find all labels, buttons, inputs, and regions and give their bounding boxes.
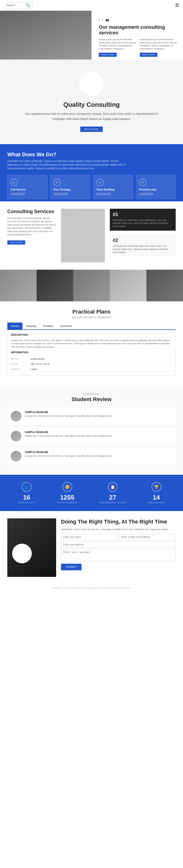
card-circle-0: 01: [10, 179, 18, 186]
review-avatar-1: [11, 431, 22, 441]
consulting-person-placeholder: [61, 209, 105, 262]
card-title-1: Your Strategy: [54, 188, 87, 191]
hero-read-more-1[interactable]: READ MORE: [99, 53, 117, 57]
consulting-text: Consulting Services We bring deep, funct…: [7, 209, 56, 245]
info-label-0: BRAND: [11, 358, 30, 360]
facebook-icon[interactable]: f: [99, 18, 99, 22]
what-card-3: 04 Premium plan LEARN MORE: [136, 175, 176, 199]
what-title: What Does We Do?: [7, 151, 176, 158]
card-circle-2: 03: [96, 179, 103, 186]
instagram-icon[interactable]: 📷: [105, 18, 109, 22]
tab-details[interactable]: Details: [7, 322, 23, 330]
stat-2: 📋 27 SUCCESSFUL CASES: [99, 482, 126, 504]
cta-name-input[interactable]: [61, 534, 118, 540]
cta-submit-button[interactable]: SUBMIT: [61, 564, 82, 570]
info-label-1: MODEL: [11, 363, 30, 365]
card-link-2[interactable]: LEARN MORE: [96, 192, 130, 195]
hamburger-button[interactable]: ☰: [175, 3, 179, 8]
cta-address-input[interactable]: [61, 541, 176, 548]
cta-message-input[interactable]: [61, 549, 176, 561]
consulting-point-num-2: #2: [113, 238, 173, 243]
consulting-point-2: #2 Vel fringilla est ullamcorper eget nu…: [110, 235, 176, 257]
gallery-item-2: [37, 270, 73, 301]
stat-number-1: 1255: [57, 494, 78, 501]
card-num-3: 04: [141, 181, 144, 184]
hero-col-2: Keeping your eye on the ball while perfo…: [140, 38, 178, 57]
happy-clients-icon: 😊: [65, 485, 70, 489]
tab-shipping[interactable]: Shipping: [23, 322, 40, 330]
card-link-1[interactable]: LEARN MORE: [54, 192, 87, 195]
plans-tabs: Details Shipping Reviews Questions: [7, 322, 176, 330]
consulting-section: Consulting Services We bring deep, funct…: [0, 202, 183, 270]
plans-desc: Sample text. Click to select the text bo…: [11, 339, 172, 349]
stat-number-2: 27: [99, 494, 126, 501]
gallery-item-4: [110, 270, 146, 301]
quality-desc: Our experts know how to solve your compa…: [20, 112, 163, 122]
quality-read-more[interactable]: READ MORE: [80, 127, 102, 132]
tab-questions[interactable]: Questions: [57, 322, 75, 330]
twitter-icon[interactable]: t: [102, 18, 103, 22]
card-num-0: 01: [13, 181, 16, 184]
info-row-2: GENDER Ladies: [11, 367, 172, 372]
hero-columns: Keeping your eye on the ball while perfo…: [99, 38, 178, 57]
cases-icon: 📋: [110, 485, 115, 489]
trophy-icon: 🏆: [154, 485, 159, 489]
review-text-0: Sample text. Click to select the text bo…: [25, 414, 172, 418]
what-cards: 01 Call Service LEARN MORE 02 Your Strat…: [7, 175, 176, 199]
what-section: What Does We Do? Ut porttitor leo a diam…: [0, 144, 183, 202]
search-input[interactable]: [6, 4, 26, 7]
stat-1: 😊 1255 HAPPY CLIENTS: [57, 482, 78, 504]
review-avatar-0: [11, 411, 22, 422]
stat-icon-0: 👤: [22, 482, 31, 492]
consulting-title: Consulting Services: [7, 209, 56, 214]
card-link-3[interactable]: LEARN MORE: [139, 192, 173, 195]
quality-circle-decoration: [79, 72, 104, 96]
hero-col2-text: Keeping your eye on the ball while perfo…: [140, 38, 178, 50]
cta-email-input[interactable]: [119, 534, 176, 540]
consulting-point-text-2: Vel fringilla est ullamcorper eget nulla…: [113, 245, 173, 254]
cta-desc: Sample text. Click to select the text bo…: [61, 528, 176, 531]
hero-col-1: Keeping your eye on the ball while perfo…: [99, 38, 138, 57]
stat-3: 🏆 14 SPECIALISTS: [148, 482, 165, 504]
what-card-1: 02 Your Strategy LEARN MORE: [50, 175, 90, 199]
hero-read-more-2[interactable]: READ MORE: [140, 53, 158, 57]
cta-form-row-1: [61, 534, 176, 540]
plans-subtitle: Duis aute irure dolor in reprehenderit: [7, 316, 176, 319]
review-card-1: SAMPLE HEADLINE Sample text. Click to se…: [7, 427, 176, 445]
plans-section-title: DESCRIPTION: [11, 334, 172, 337]
plans-info-title: INFORMATION: [11, 351, 172, 355]
gallery-item-3: [73, 270, 110, 301]
hero-content: f t 📷 Our management consulting services…: [92, 11, 183, 60]
cta-title: Doing The Right Thing, At The Right Time: [61, 518, 176, 525]
consulting-read-more[interactable]: READ MORE: [7, 240, 25, 245]
hero-title: Our management consulting services: [99, 24, 178, 36]
info-value-0: Jewelry Brand: [30, 358, 44, 360]
review-body-2: SAMPLE HEADLINE Sample text. Click to se…: [25, 451, 172, 462]
footer: Sample text. Click to select the text bo…: [0, 584, 183, 591]
specialists-icon: 👤: [24, 485, 29, 489]
quality-title: Quality Consulting: [20, 101, 163, 108]
social-links[interactable]: f t 📷: [99, 18, 178, 22]
cta-form: SUBMIT: [61, 534, 176, 570]
search-icon: 🔍: [26, 3, 30, 7]
review-headline-2: SAMPLE HEADLINE: [25, 451, 172, 454]
cta-content: Doing The Right Thing, At The Right Time…: [61, 518, 176, 577]
card-link-0[interactable]: LEARN MORE: [10, 192, 44, 195]
gallery-item-5: [146, 270, 183, 301]
review-body-0: SAMPLE HEADLINE Sample text. Click to se…: [25, 411, 172, 422]
review-card-0: SAMPLE HEADLINE Sample text. Click to se…: [7, 407, 176, 425]
search-bar[interactable]: 🔍: [4, 2, 33, 8]
reviews-section: testimonials Student Review SAMPLE HEADL…: [0, 385, 183, 475]
card-title-3: Premium plan: [139, 188, 173, 191]
what-desc: Ut porttitor leo a diam sollicitudin. Tu…: [7, 159, 129, 170]
review-text-1: Sample text. Click to select the text bo…: [25, 434, 172, 438]
info-label-2: GENDER: [11, 368, 30, 370]
reviews-label: testimonials: [7, 393, 176, 395]
navigation: 🔍 ☰: [0, 0, 183, 11]
plans-title: Practical Plans: [7, 309, 176, 315]
tab-reviews[interactable]: Reviews: [39, 322, 57, 330]
footer-note: Sample text. Click to select the text bo…: [0, 584, 183, 591]
cta-image: [7, 518, 56, 577]
stat-label-3: SPECIALISTS: [148, 501, 165, 504]
gallery-item-1: [0, 270, 37, 301]
